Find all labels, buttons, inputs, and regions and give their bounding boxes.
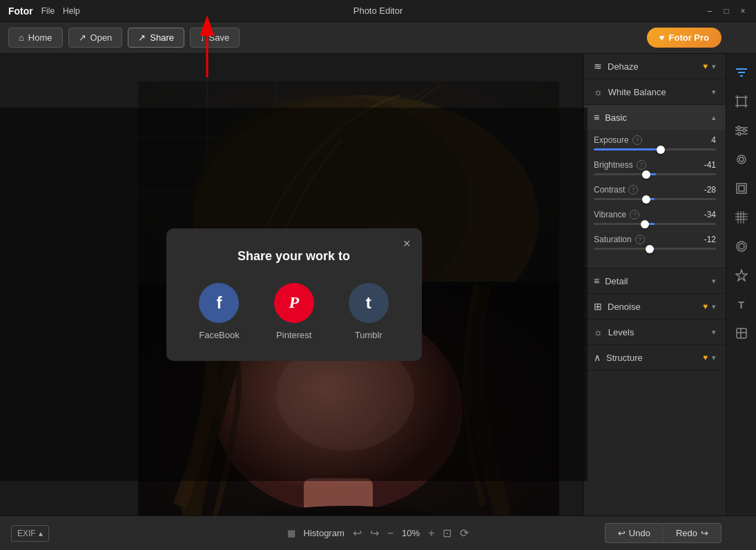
svg-rect-37 (739, 186, 744, 191)
home-button[interactable]: ⌂ Home (8, 28, 63, 48)
brightness-thumb[interactable] (642, 170, 650, 179)
contrast-value: -28 (704, 185, 716, 195)
brightness-slider-row: Brightness ? -41 (594, 160, 716, 175)
redo-icon[interactable]: ↪ (370, 527, 379, 540)
svg-point-25 (737, 126, 740, 129)
contrast-help-icon: ? (628, 185, 638, 195)
denoise-row[interactable]: ⊞ Denoise ♥ ▾ (584, 294, 726, 319)
brightness-help-icon: ? (637, 160, 646, 170)
tumblr-label: Tumblr (355, 330, 382, 340)
saturation-track[interactable] (594, 248, 716, 250)
sliders-tool-btn[interactable] (730, 119, 753, 142)
window-title: Photo Editor (353, 6, 403, 16)
badge-tool-btn[interactable] (730, 264, 753, 287)
exposure-track[interactable] (594, 148, 716, 150)
detail-row[interactable]: ≡ Detail ▾ (584, 268, 726, 293)
dehaze-row[interactable]: ≋ Dehaze ♥ ▾ (584, 54, 726, 79)
open-icon: ↗ (79, 32, 86, 43)
history-icon[interactable]: ⟳ (460, 527, 469, 540)
text-tool-btn[interactable]: T (730, 293, 753, 316)
undo-arrow-icon: ↩ (618, 528, 626, 538)
vibrance-value: -34 (704, 210, 716, 219)
undo-button[interactable]: ↩ Undo (605, 523, 663, 543)
modal-title: Share your work to (194, 249, 394, 264)
retouch-tool-btn[interactable] (730, 148, 753, 171)
overlay-tool-btn[interactable] (730, 322, 753, 345)
structure-section: ∧ Structure ♥ ▾ (584, 345, 726, 371)
fit-icon[interactable]: ⊡ (443, 527, 452, 540)
exposure-thumb[interactable] (657, 146, 665, 154)
wb-row[interactable]: ☼ White Balance ▾ (584, 79, 726, 104)
exposure-slider-row: Exposure ? 4 (594, 135, 716, 150)
undo-label: Undo (629, 528, 650, 538)
crop-tool-btn[interactable] (730, 90, 753, 113)
title-bar: Fotor File Help Photo Editor – □ × (0, 0, 756, 22)
redo-button[interactable]: Redo ↪ (663, 523, 721, 543)
contrast-slider-row: Contrast ? -28 (594, 185, 716, 200)
exposure-label: Exposure (594, 135, 629, 145)
pro-label: Fotor Pro (669, 32, 710, 43)
saturation-thumb[interactable] (646, 245, 654, 253)
exposure-fill (594, 148, 661, 150)
exposure-value: 4 (711, 135, 716, 145)
fotor-pro-button[interactable]: ♥ Fotor Pro (647, 28, 721, 48)
share-button[interactable]: ↗ Share (128, 28, 184, 48)
title-bar-left: Fotor File Help (8, 6, 80, 17)
exif-button[interactable]: EXIF ▴ (11, 525, 49, 542)
levels-chevron: ▾ (712, 328, 716, 337)
texture-tool-btn[interactable] (730, 206, 753, 229)
basic-label: Basic (605, 112, 627, 123)
share-pinterest[interactable]: P Pinterest (274, 283, 314, 340)
maximize-button[interactable]: □ (721, 6, 731, 16)
contrast-track[interactable] (594, 198, 716, 200)
zoom-in-icon[interactable]: + (428, 527, 434, 540)
levels-section: ☼ Levels ▾ (584, 320, 726, 345)
basic-header[interactable]: ≡ Basic ▴ (584, 105, 726, 130)
levels-label: Levels (608, 327, 634, 337)
denoise-chevron: ▾ (712, 302, 716, 311)
landscape-tool-btn[interactable] (730, 61, 753, 84)
undo-icon[interactable]: ↩ (353, 527, 362, 540)
wb-label: White Balance (608, 87, 666, 97)
svg-point-45 (739, 244, 744, 249)
minimize-button[interactable]: – (705, 6, 715, 16)
adjust-panel: ≋ Dehaze ♥ ▾ ☼ White Balance ▾ ≡ Basic (583, 54, 726, 515)
app-name: Fotor (8, 6, 33, 17)
share-icon: ↗ (138, 32, 146, 43)
vibrance-slider-row: Vibrance ? -34 (594, 210, 716, 225)
detail-icon: ≡ (594, 275, 599, 286)
vignette-tool-btn[interactable] (730, 235, 753, 258)
exif-label: EXIF (17, 529, 36, 538)
svg-point-26 (743, 129, 746, 132)
redo-arrow-icon: ↪ (701, 528, 708, 538)
vibrance-thumb[interactable] (641, 220, 649, 228)
menu-file[interactable]: File (41, 6, 55, 16)
brightness-track[interactable] (594, 173, 716, 175)
frame-tool-btn[interactable] (730, 177, 753, 200)
levels-row[interactable]: ☼ Levels ▾ (584, 320, 726, 344)
close-button[interactable]: × (738, 6, 748, 16)
pinterest-icon: P (274, 283, 314, 323)
saturation-label: Saturation (594, 235, 632, 244)
structure-icon: ∧ (594, 352, 601, 363)
facebook-label: FaceBook (199, 330, 240, 340)
bottom-bar: EXIF ▴ ▦ Histogram ↩ ↪ − 10% + ⊡ ⟳ ↩ Und… (0, 515, 756, 550)
svg-rect-47 (737, 328, 746, 338)
open-button[interactable]: ↗ Open (68, 28, 123, 48)
saturation-help-icon: ? (635, 235, 645, 244)
share-modal: × Share your work to f FaceBook P Pinter… (166, 228, 422, 361)
detail-chevron: ▾ (712, 277, 716, 286)
vibrance-help-icon: ? (630, 210, 639, 219)
contrast-thumb[interactable] (642, 195, 650, 204)
modal-close-button[interactable]: × (403, 237, 411, 251)
menu-help[interactable]: Help (63, 6, 80, 16)
vibrance-track[interactable] (594, 223, 716, 225)
svg-point-44 (737, 242, 746, 251)
levels-icon: ☼ (594, 326, 603, 337)
share-tumblr[interactable]: t Tumblr (349, 283, 389, 340)
save-button[interactable]: ↓ Save (190, 28, 240, 48)
structure-row[interactable]: ∧ Structure ♥ ▾ (584, 345, 726, 370)
home-icon: ⌂ (19, 32, 24, 43)
share-facebook[interactable]: f FaceBook (199, 283, 240, 340)
zoom-out-icon[interactable]: − (387, 527, 394, 540)
